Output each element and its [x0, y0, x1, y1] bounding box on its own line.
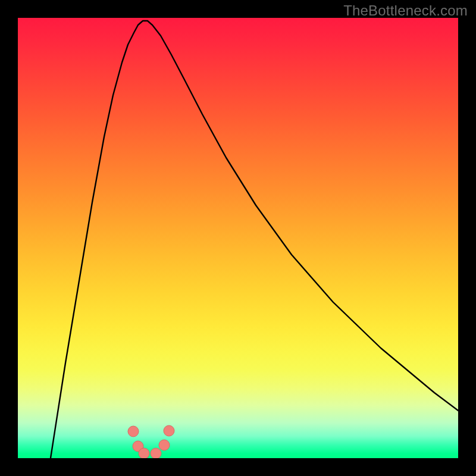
marker-group [128, 425, 174, 458]
marker-left-upper [128, 426, 139, 437]
marker-right-lower [159, 440, 170, 450]
marker-trough-left [139, 448, 149, 458]
chart-stage: TheBottleneck.com [0, 0, 476, 476]
plot-area [18, 18, 458, 458]
watermark-text: TheBottleneck.com [343, 2, 468, 19]
curve-layer [18, 18, 458, 458]
bottleneck-curve [51, 21, 458, 458]
marker-right-upper [164, 425, 174, 436]
marker-trough-right [151, 448, 161, 458]
